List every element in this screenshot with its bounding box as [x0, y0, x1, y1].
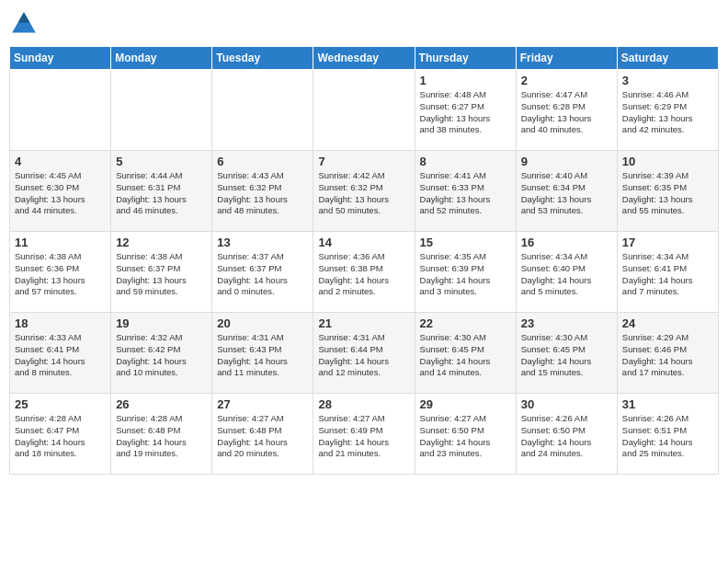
logo: [9, 9, 42, 39]
day-cell: 8Sunrise: 4:41 AM Sunset: 6:33 PM Daylig…: [415, 151, 516, 232]
day-info: Sunrise: 4:42 AM Sunset: 6:32 PM Dayligh…: [318, 170, 409, 217]
day-cell: 5Sunrise: 4:44 AM Sunset: 6:31 PM Daylig…: [111, 151, 212, 232]
day-cell: 9Sunrise: 4:40 AM Sunset: 6:34 PM Daylig…: [516, 151, 617, 232]
day-info: Sunrise: 4:34 AM Sunset: 6:40 PM Dayligh…: [521, 251, 612, 298]
day-info: Sunrise: 4:33 AM Sunset: 6:41 PM Dayligh…: [15, 332, 106, 379]
day-info: Sunrise: 4:28 AM Sunset: 6:47 PM Dayligh…: [15, 413, 106, 460]
day-number: 2: [521, 74, 612, 87]
day-info: Sunrise: 4:27 AM Sunset: 6:49 PM Dayligh…: [318, 413, 409, 460]
day-cell: 22Sunrise: 4:30 AM Sunset: 6:45 PM Dayli…: [415, 313, 516, 394]
day-cell: 4Sunrise: 4:45 AM Sunset: 6:30 PM Daylig…: [10, 151, 111, 232]
day-cell: 21Sunrise: 4:31 AM Sunset: 6:44 PM Dayli…: [313, 313, 415, 394]
day-cell: [212, 70, 313, 151]
day-cell: 27Sunrise: 4:27 AM Sunset: 6:48 PM Dayli…: [212, 394, 313, 475]
day-info: Sunrise: 4:26 AM Sunset: 6:50 PM Dayligh…: [521, 413, 612, 460]
day-cell: 31Sunrise: 4:26 AM Sunset: 6:51 PM Dayli…: [617, 394, 718, 475]
day-number: 9: [521, 155, 612, 168]
logo-icon: [9, 9, 39, 39]
day-cell: 15Sunrise: 4:35 AM Sunset: 6:39 PM Dayli…: [415, 232, 516, 313]
day-info: Sunrise: 4:37 AM Sunset: 6:37 PM Dayligh…: [217, 251, 308, 298]
day-cell: 7Sunrise: 4:42 AM Sunset: 6:32 PM Daylig…: [313, 151, 415, 232]
day-number: 30: [521, 397, 612, 411]
day-number: 19: [116, 316, 207, 330]
day-cell: 28Sunrise: 4:27 AM Sunset: 6:49 PM Dayli…: [313, 394, 415, 475]
day-cell: 11Sunrise: 4:38 AM Sunset: 6:36 PM Dayli…: [10, 232, 111, 313]
calendar-table: SundayMondayTuesdayWednesdayThursdayFrid…: [9, 46, 719, 475]
day-cell: 26Sunrise: 4:28 AM Sunset: 6:48 PM Dayli…: [111, 394, 212, 475]
day-info: Sunrise: 4:46 AM Sunset: 6:29 PM Dayligh…: [622, 89, 713, 136]
day-info: Sunrise: 4:47 AM Sunset: 6:28 PM Dayligh…: [521, 89, 612, 136]
day-number: 26: [116, 397, 207, 411]
day-cell: 16Sunrise: 4:34 AM Sunset: 6:40 PM Dayli…: [516, 232, 617, 313]
day-cell: 30Sunrise: 4:26 AM Sunset: 6:50 PM Dayli…: [516, 394, 617, 475]
day-info: Sunrise: 4:41 AM Sunset: 6:33 PM Dayligh…: [420, 170, 511, 217]
day-cell: 3Sunrise: 4:46 AM Sunset: 6:29 PM Daylig…: [617, 70, 718, 151]
day-number: 13: [217, 236, 308, 249]
day-number: 23: [521, 316, 612, 330]
day-number: 8: [420, 155, 511, 168]
day-header-friday: Friday: [516, 47, 617, 70]
day-info: Sunrise: 4:31 AM Sunset: 6:44 PM Dayligh…: [318, 332, 409, 379]
day-cell: 29Sunrise: 4:27 AM Sunset: 6:50 PM Dayli…: [415, 394, 516, 475]
day-header-tuesday: Tuesday: [212, 47, 313, 70]
day-cell: 20Sunrise: 4:31 AM Sunset: 6:43 PM Dayli…: [212, 313, 313, 394]
day-cell: 12Sunrise: 4:38 AM Sunset: 6:37 PM Dayli…: [111, 232, 212, 313]
day-cell: 17Sunrise: 4:34 AM Sunset: 6:41 PM Dayli…: [617, 232, 718, 313]
day-info: Sunrise: 4:28 AM Sunset: 6:48 PM Dayligh…: [116, 413, 207, 460]
day-number: 7: [318, 155, 409, 168]
day-cell: 13Sunrise: 4:37 AM Sunset: 6:37 PM Dayli…: [212, 232, 313, 313]
week-row-2: 11Sunrise: 4:38 AM Sunset: 6:36 PM Dayli…: [10, 232, 719, 313]
day-info: Sunrise: 4:35 AM Sunset: 6:39 PM Dayligh…: [420, 251, 511, 298]
day-cell: [10, 70, 111, 151]
day-header-sunday: Sunday: [10, 47, 111, 70]
day-info: Sunrise: 4:32 AM Sunset: 6:42 PM Dayligh…: [116, 332, 207, 379]
day-cell: 18Sunrise: 4:33 AM Sunset: 6:41 PM Dayli…: [10, 313, 111, 394]
header: [9, 9, 719, 39]
day-info: Sunrise: 4:48 AM Sunset: 6:27 PM Dayligh…: [420, 89, 511, 136]
day-cell: 23Sunrise: 4:30 AM Sunset: 6:45 PM Dayli…: [516, 313, 617, 394]
day-cell: [111, 70, 212, 151]
day-info: Sunrise: 4:29 AM Sunset: 6:46 PM Dayligh…: [622, 332, 713, 379]
day-number: 27: [217, 397, 308, 411]
day-number: 28: [318, 397, 409, 411]
week-row-1: 4Sunrise: 4:45 AM Sunset: 6:30 PM Daylig…: [10, 151, 719, 232]
day-info: Sunrise: 4:45 AM Sunset: 6:30 PM Dayligh…: [15, 170, 106, 217]
day-info: Sunrise: 4:44 AM Sunset: 6:31 PM Dayligh…: [116, 170, 207, 217]
day-info: Sunrise: 4:38 AM Sunset: 6:36 PM Dayligh…: [15, 251, 106, 298]
day-number: 15: [420, 236, 511, 249]
day-header-wednesday: Wednesday: [313, 47, 415, 70]
week-row-3: 18Sunrise: 4:33 AM Sunset: 6:41 PM Dayli…: [10, 313, 719, 394]
page: SundayMondayTuesdayWednesdayThursdayFrid…: [0, 0, 728, 563]
header-row: SundayMondayTuesdayWednesdayThursdayFrid…: [10, 47, 719, 70]
day-number: 11: [15, 236, 106, 249]
day-cell: 10Sunrise: 4:39 AM Sunset: 6:35 PM Dayli…: [617, 151, 718, 232]
day-info: Sunrise: 4:31 AM Sunset: 6:43 PM Dayligh…: [217, 332, 308, 379]
day-number: 16: [521, 236, 612, 249]
week-row-4: 25Sunrise: 4:28 AM Sunset: 6:47 PM Dayli…: [10, 394, 719, 475]
day-info: Sunrise: 4:26 AM Sunset: 6:51 PM Dayligh…: [622, 413, 713, 460]
day-cell: 1Sunrise: 4:48 AM Sunset: 6:27 PM Daylig…: [415, 70, 516, 151]
day-header-thursday: Thursday: [415, 47, 516, 70]
day-number: 25: [15, 397, 106, 411]
day-info: Sunrise: 4:36 AM Sunset: 6:38 PM Dayligh…: [318, 251, 409, 298]
day-cell: 2Sunrise: 4:47 AM Sunset: 6:28 PM Daylig…: [516, 70, 617, 151]
day-number: 31: [622, 397, 713, 411]
day-cell: 14Sunrise: 4:36 AM Sunset: 6:38 PM Dayli…: [313, 232, 415, 313]
day-info: Sunrise: 4:30 AM Sunset: 6:45 PM Dayligh…: [521, 332, 612, 379]
day-number: 12: [116, 236, 207, 249]
day-number: 5: [116, 155, 207, 168]
day-info: Sunrise: 4:43 AM Sunset: 6:32 PM Dayligh…: [217, 170, 308, 217]
day-info: Sunrise: 4:39 AM Sunset: 6:35 PM Dayligh…: [622, 170, 713, 217]
day-number: 24: [622, 316, 713, 330]
day-info: Sunrise: 4:34 AM Sunset: 6:41 PM Dayligh…: [622, 251, 713, 298]
day-number: 14: [318, 236, 409, 249]
day-number: 29: [420, 397, 511, 411]
day-number: 10: [622, 155, 713, 168]
week-row-0: 1Sunrise: 4:48 AM Sunset: 6:27 PM Daylig…: [10, 70, 719, 151]
day-info: Sunrise: 4:27 AM Sunset: 6:48 PM Dayligh…: [217, 413, 308, 460]
day-info: Sunrise: 4:40 AM Sunset: 6:34 PM Dayligh…: [521, 170, 612, 217]
day-number: 20: [217, 316, 308, 330]
day-number: 21: [318, 316, 409, 330]
day-number: 17: [622, 236, 713, 249]
day-number: 22: [420, 316, 511, 330]
